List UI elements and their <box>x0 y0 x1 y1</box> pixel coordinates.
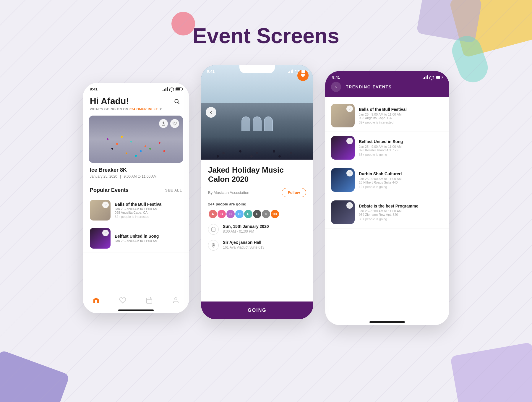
nav-home[interactable] <box>93 297 100 304</box>
svg-point-0 <box>175 99 178 103</box>
avatar-row: A B C D E F G 10+ <box>208 209 306 219</box>
avatar-2: B <box>217 209 226 219</box>
hero-event-info: Ice Breaker 8K January 25, 2020 | 9:00 A… <box>83 163 189 183</box>
right-event-details-3: Durbin Shah Culturerl Jan 25 - 9:00 AM t… <box>359 171 443 189</box>
hero-event-name: Ice Breaker 8K <box>90 167 182 173</box>
right-thumb-4: ♡ <box>331 200 355 224</box>
going-count: 24+ people are going <box>208 202 306 206</box>
battery-center <box>301 70 307 73</box>
right-thumb-2: ♡ <box>331 136 355 160</box>
date-row: Sun, 15th January 2020 8:00 AM - 01:00 P… <box>208 224 306 235</box>
event-time-main: 8:00 AM - 01:00 PM <box>223 229 269 234</box>
location-label: WHAT'S GOING ON ON <box>90 107 128 111</box>
popular-section-header: Popular Events SEE ALL <box>83 183 189 196</box>
event-details-2: Belfast United in Song Jan 25 - 9:00 AM … <box>115 234 182 243</box>
right-event-date-1: Jan 25 - 9:00 AM to 11:00 AM <box>359 113 443 116</box>
avatar-6: F <box>252 209 262 219</box>
hero-image[interactable] <box>89 116 183 163</box>
avatar-7: G <box>261 209 271 219</box>
signal-left <box>163 87 168 91</box>
right-event-4[interactable]: ♡ Debate Is the best Programme Jan 25 - … <box>325 196 449 228</box>
event-date-1: Jan 25 - 9:00 AM to 11:00 AM <box>115 207 182 211</box>
wifi-left <box>169 87 174 91</box>
right-event-2[interactable]: ♡ Belfast United in Song Jan 25 - 9:00 A… <box>325 132 449 164</box>
wifi-center <box>295 70 299 73</box>
event-details-1: Balls of the Bull Festival Jan 25 - 9:00… <box>115 202 182 218</box>
avatar-5: E <box>244 209 253 219</box>
right-heart-2[interactable]: ♡ <box>346 138 353 144</box>
right-event-date-2: Jan 25 - 9:00 AM to 11:00 AM <box>359 145 443 148</box>
date-info: Sun, 15th January 2020 8:00 AM - 01:00 P… <box>223 224 269 234</box>
signal-right <box>423 75 428 79</box>
right-event-status-1: 32+ people is interested <box>359 121 443 124</box>
battery-right <box>436 76 442 79</box>
notch-left <box>118 83 154 91</box>
right-heart-3[interactable]: ♡ <box>346 170 353 176</box>
location-row: WHAT'S GOING ON ON 324 OMER INLET ▼ <box>90 107 163 111</box>
venue-address: 161 Ava Viaduct Suite 013 <box>223 245 264 249</box>
right-event-status-4: 36+ people is going <box>359 217 443 221</box>
going-button[interactable]: GOING <box>201 302 313 319</box>
right-event-loc-1: 098 Angelita Cape, CA <box>359 116 443 120</box>
right-heart-4[interactable]: ♡ <box>346 202 353 209</box>
right-event-name-4: Debate Is the best Programme <box>359 204 443 208</box>
svg-rect-2 <box>147 298 152 303</box>
svg-line-1 <box>178 103 179 104</box>
right-header-title: TRENDING EVENTS <box>346 85 392 89</box>
chevron-icon: ▼ <box>159 107 162 111</box>
signal-center <box>288 69 293 73</box>
phone-right: 9:41 TRENDING EVENTS <box>325 71 449 325</box>
hero-heart-btn[interactable] <box>170 119 179 128</box>
location-link[interactable]: 324 OMER INLET <box>129 107 158 111</box>
hero-event-time: 9:00 AM to 11:00 AM <box>124 174 157 179</box>
svg-point-6 <box>175 298 177 300</box>
thumb-heart-1[interactable]: ♡ <box>102 202 109 208</box>
notch-center <box>239 65 275 73</box>
left-header: Hi Afadu! WHAT'S GOING ON ON 324 OMER IN… <box>83 93 189 116</box>
avatar-3: C <box>226 209 235 219</box>
phone-left: 9:41 Hi Afadu! WHAT'S GOING ON ON 324 OM… <box>83 83 189 313</box>
right-event-date-4: Jan 25 - 9:00 AM to 11:00 AM <box>359 209 443 213</box>
venue-name: Sir Ajex janson Hall <box>223 240 264 245</box>
thumb-heart-2[interactable]: ♡ <box>102 230 109 236</box>
right-event-details-2: Belfast United in Song Jan 25 - 9:00 AM … <box>359 139 443 156</box>
back-button-center[interactable] <box>206 107 216 118</box>
center-hero-img: 9:41 <box>201 65 313 160</box>
time-center: 9:41 <box>207 69 215 74</box>
battery-left <box>176 87 182 91</box>
right-event-status-3: 12+ people is going <box>359 185 443 189</box>
popular-event-1[interactable]: ♡ Balls of the Bull Festival Jan 25 - 9:… <box>83 196 189 224</box>
event-date-main: Sun, 15th January 2020 <box>223 224 269 229</box>
center-event-title: Jaked Holiday Music Calon 2020 <box>208 166 306 184</box>
notch-right <box>369 71 405 79</box>
right-event-1[interactable]: ♡ Balls of the Bull Festival Jan 25 - 9:… <box>325 100 449 132</box>
phones-container: 9:41 Hi Afadu! WHAT'S GOING ON ON 324 OM… <box>0 65 532 325</box>
greeting-text: Hi Afadu! <box>90 96 163 106</box>
share-icon-btn[interactable] <box>159 119 168 128</box>
location-icon-center <box>208 240 219 251</box>
right-event-details-4: Debate Is the best Programme Jan 25 - 9:… <box>359 204 443 221</box>
home-indicator-right <box>369 321 405 323</box>
battery-fill-right <box>436 76 440 79</box>
see-all-btn[interactable]: SEE ALL <box>165 188 182 192</box>
event-name-1: Balls of the Bull Festival <box>115 202 182 207</box>
wifi-right <box>429 76 434 79</box>
nav-calendar[interactable] <box>146 297 153 304</box>
popular-title: Popular Events <box>90 187 129 193</box>
right-heart-1[interactable]: ♡ <box>346 106 353 112</box>
follow-button[interactable]: Follow <box>282 188 306 197</box>
popular-event-2[interactable]: ♡ Belfast United in Song Jan 25 - 9:00 A… <box>83 224 189 252</box>
search-button[interactable] <box>171 96 182 107</box>
hall-bg <box>201 65 313 160</box>
greeting-block: Hi Afadu! WHAT'S GOING ON ON 324 OMER IN… <box>90 96 163 111</box>
right-event-loc-3: 18 Hilbert Roads Suite 440 <box>359 181 443 184</box>
right-event-3[interactable]: ♡ Durbin Shah Culturerl Jan 25 - 9:00 AM… <box>325 164 449 196</box>
nav-favorites[interactable] <box>119 297 126 304</box>
page-title: Event Screens <box>0 24 532 48</box>
hero-event-meta: January 25, 2020 | 9:00 AM to 11:00 AM <box>90 174 182 179</box>
back-button-right[interactable] <box>331 82 341 92</box>
right-event-loc-4: 959 Ziemann Row Apt. 320 <box>359 213 443 216</box>
event-name-2: Belfast United in Song <box>115 234 182 239</box>
right-thumb-3: ♡ <box>331 168 355 192</box>
nav-profile[interactable] <box>172 297 179 304</box>
